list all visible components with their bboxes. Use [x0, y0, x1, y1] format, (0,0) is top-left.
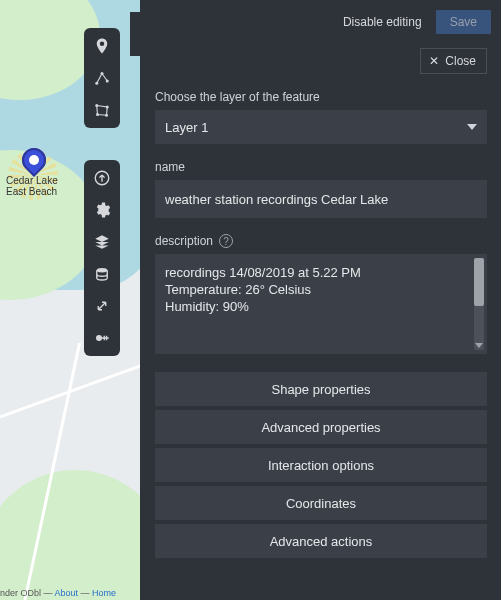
tilelayers-tool[interactable] — [88, 228, 116, 256]
accordion-interaction-options[interactable]: Interaction options — [155, 448, 487, 482]
accordion-advanced-properties[interactable]: Advanced properties — [155, 410, 487, 444]
svg-point-3 — [95, 104, 98, 107]
description-textarea[interactable]: recordings 14/08/2019 at 5.22 PM Tempera… — [155, 254, 487, 354]
link-home[interactable]: Home — [92, 588, 116, 598]
feature-edit-panel: Disable editing Save ✕ Close Choose the … — [141, 0, 501, 600]
svg-point-6 — [96, 113, 99, 116]
settings-tool[interactable] — [88, 196, 116, 224]
draw-line-tool[interactable] — [88, 64, 116, 92]
permissions-tool[interactable] — [88, 324, 116, 352]
name-label: name — [155, 160, 487, 174]
name-input[interactable]: weather station recordings Cedar Lake — [155, 180, 487, 218]
accordion-coordinates[interactable]: Coordinates — [155, 486, 487, 520]
chevron-down-icon — [467, 124, 477, 130]
svg-point-4 — [106, 106, 109, 109]
svg-point-8 — [97, 268, 108, 273]
layer-select-value: Layer 1 — [165, 120, 208, 135]
accordion-group: Shape properties Advanced properties Int… — [155, 372, 487, 558]
layers-tool[interactable] — [88, 260, 116, 288]
map-land — [0, 470, 140, 600]
draw-polygon-tool[interactable] — [88, 96, 116, 124]
svg-point-5 — [105, 114, 108, 117]
import-tool[interactable] — [88, 164, 116, 192]
add-marker-tool[interactable] — [88, 32, 116, 60]
map-attribution: nder ODbl — About — Home — [0, 588, 116, 598]
map-road — [0, 359, 140, 423]
edit-toolbar — [84, 160, 120, 356]
name-input-value: weather station recordings Cedar Lake — [165, 192, 388, 207]
accordion-advanced-actions[interactable]: Advanced actions — [155, 524, 487, 558]
link-about[interactable]: About — [55, 588, 79, 598]
accordion-shape-properties[interactable]: Shape properties — [155, 372, 487, 406]
marker-label: Cedar Lake East Beach — [6, 175, 58, 197]
layer-select[interactable]: Layer 1 — [155, 110, 487, 144]
help-icon[interactable]: ? — [219, 234, 233, 248]
textarea-scrollbar-thumb[interactable] — [474, 258, 484, 306]
close-label: Close — [445, 54, 476, 68]
close-button[interactable]: ✕ Close — [420, 48, 487, 74]
close-icon: ✕ — [429, 54, 439, 68]
save-button[interactable]: Save — [436, 10, 491, 34]
draw-toolbar — [84, 28, 120, 128]
panel-topbar: Disable editing Save — [155, 8, 491, 36]
layer-prompt-label: Choose the layer of the feature — [155, 90, 487, 104]
scroll-down-icon[interactable] — [475, 343, 483, 348]
center-tool[interactable] — [88, 292, 116, 320]
disable-editing-link[interactable]: Disable editing — [343, 15, 422, 29]
svg-point-9 — [96, 335, 102, 341]
description-label: description ? — [155, 234, 487, 248]
